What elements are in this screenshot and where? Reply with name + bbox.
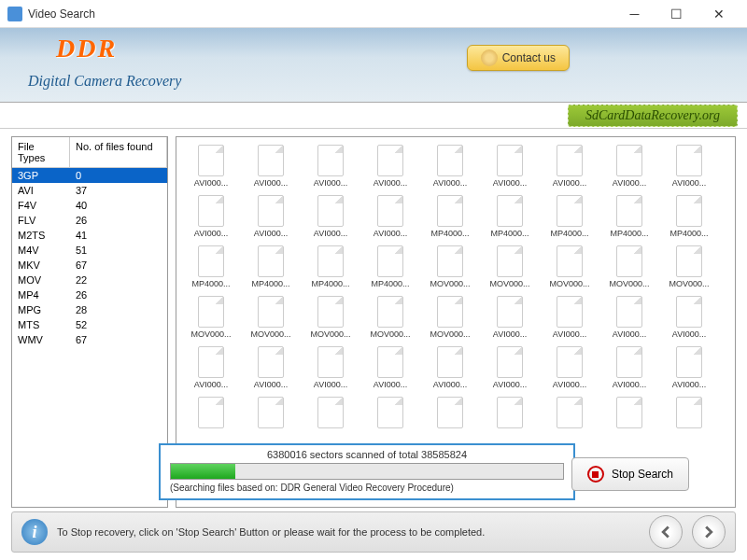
file-item[interactable]: AVI000... <box>182 193 240 244</box>
file-item[interactable]: AVI000... <box>481 344 539 395</box>
file-item[interactable]: MOV000... <box>182 294 240 344</box>
file-label: MP4000... <box>481 229 539 238</box>
titlebar: Video Search ─ ☐ ✕ <box>0 0 747 28</box>
file-item[interactable]: MOV000... <box>541 244 599 294</box>
file-icon <box>198 346 224 378</box>
app-icon <box>7 7 22 21</box>
file-item[interactable] <box>421 395 479 436</box>
file-item[interactable]: MP4000... <box>361 244 419 294</box>
stop-search-button[interactable]: Stop Search <box>571 457 689 491</box>
file-icon <box>377 346 403 378</box>
file-item[interactable]: MP4000... <box>600 193 658 244</box>
file-item[interactable]: AVI000... <box>541 143 599 193</box>
table-row[interactable]: MKV67 <box>12 258 167 273</box>
file-item[interactable]: AVI000... <box>242 143 300 193</box>
file-item[interactable]: AVI000... <box>600 143 658 193</box>
stop-label: Stop Search <box>612 468 673 481</box>
footer: i To Stop recovery, click on 'Stop Searc… <box>11 511 736 553</box>
grid-row: MOV000...MOV000...MOV000...MOV000...MOV0… <box>182 294 729 344</box>
file-icon <box>557 245 583 277</box>
file-item[interactable] <box>182 395 240 436</box>
minimize-button[interactable]: ─ <box>613 0 655 27</box>
file-item[interactable]: AVI000... <box>600 344 658 395</box>
forward-button[interactable] <box>692 515 726 549</box>
table-row[interactable]: AVI37 <box>12 183 167 198</box>
file-types-table[interactable]: File Types No. of files found 3GP0AVI37F… <box>11 136 168 508</box>
file-item[interactable]: MP4000... <box>242 244 300 294</box>
contact-label: Contact us <box>502 51 556 64</box>
table-row[interactable]: MP426 <box>12 287 167 302</box>
file-item[interactable] <box>660 395 718 436</box>
file-item[interactable]: AVI000... <box>242 193 300 244</box>
file-label: AVI000... <box>361 229 419 238</box>
file-item[interactable]: MP4000... <box>541 193 599 244</box>
file-item[interactable]: AVI000... <box>541 344 599 395</box>
file-item[interactable]: AVI000... <box>302 344 359 395</box>
file-item[interactable]: AVI000... <box>660 143 718 193</box>
file-item[interactable]: AVI000... <box>302 193 359 244</box>
table-row[interactable]: MPG28 <box>12 302 167 317</box>
cell-type: MOV <box>12 273 70 287</box>
file-item[interactable]: AVI000... <box>541 294 599 344</box>
table-row[interactable]: MOV22 <box>12 273 167 287</box>
file-label: AVI000... <box>660 380 718 389</box>
contact-button[interactable]: Contact us <box>467 45 570 71</box>
file-item[interactable]: AVI000... <box>302 143 359 193</box>
file-item[interactable]: AVI000... <box>660 294 718 344</box>
file-icon <box>616 397 642 428</box>
table-row[interactable]: MTS52 <box>12 317 167 332</box>
file-item[interactable]: MP4000... <box>660 193 718 244</box>
file-item[interactable]: MOV000... <box>421 294 479 344</box>
file-icon <box>616 245 642 277</box>
file-item[interactable] <box>302 395 359 436</box>
file-label: AVI000... <box>600 178 658 188</box>
file-label: AVI000... <box>541 329 599 339</box>
file-icon <box>616 145 642 176</box>
file-item[interactable]: MOV000... <box>361 294 419 344</box>
file-item[interactable]: AVI000... <box>600 294 658 344</box>
file-item[interactable]: AVI000... <box>481 294 539 344</box>
file-item[interactable] <box>242 395 300 436</box>
file-item[interactable]: MOV000... <box>600 244 658 294</box>
file-item[interactable]: MOV000... <box>421 244 479 294</box>
file-label: AVI000... <box>660 329 718 339</box>
file-item[interactable]: MP4000... <box>421 193 479 244</box>
file-item[interactable]: AVI000... <box>361 143 419 193</box>
cell-count: 22 <box>70 273 167 287</box>
table-row[interactable]: M4V51 <box>12 243 167 258</box>
file-item[interactable]: AVI000... <box>421 143 479 193</box>
table-row[interactable]: F4V40 <box>12 198 167 213</box>
file-item[interactable]: AVI000... <box>242 344 300 395</box>
file-item[interactable]: MOV000... <box>302 294 359 344</box>
footer-text: To Stop recovery, click on 'Stop Search'… <box>57 526 640 538</box>
back-button[interactable] <box>649 515 683 549</box>
file-item[interactable] <box>600 395 658 436</box>
file-item[interactable] <box>481 395 539 436</box>
file-item[interactable]: MOV000... <box>242 294 300 344</box>
file-item[interactable]: MP4000... <box>182 244 240 294</box>
close-button[interactable]: ✕ <box>698 0 740 27</box>
table-row[interactable]: WMV67 <box>12 332 167 347</box>
file-item[interactable]: AVI000... <box>421 344 479 395</box>
file-item[interactable]: AVI000... <box>182 344 240 395</box>
table-row[interactable]: 3GP0 <box>12 168 167 183</box>
file-label: AVI000... <box>481 380 539 389</box>
file-item[interactable]: MOV000... <box>660 244 718 294</box>
maximize-button[interactable]: ☐ <box>655 0 698 27</box>
file-item[interactable]: MP4000... <box>302 244 359 294</box>
file-item[interactable]: AVI000... <box>660 344 718 395</box>
file-item[interactable] <box>361 395 419 436</box>
col-files-found: No. of files found <box>70 137 167 167</box>
site-banner: SdCardDataRecovery.org <box>568 105 738 127</box>
table-row[interactable]: FLV26 <box>12 213 167 228</box>
file-item[interactable]: AVI000... <box>361 193 419 244</box>
header: DDR Digital Camera Recovery Contact us <box>0 28 747 103</box>
file-item[interactable]: AVI000... <box>481 143 539 193</box>
file-item[interactable]: MP4000... <box>481 193 539 244</box>
file-item[interactable]: AVI000... <box>182 143 240 193</box>
file-item[interactable]: MOV000... <box>481 244 539 294</box>
file-item[interactable] <box>541 395 599 436</box>
table-row[interactable]: M2TS41 <box>12 228 167 243</box>
file-label: AVI000... <box>421 178 479 188</box>
file-item[interactable]: AVI000... <box>361 344 419 395</box>
